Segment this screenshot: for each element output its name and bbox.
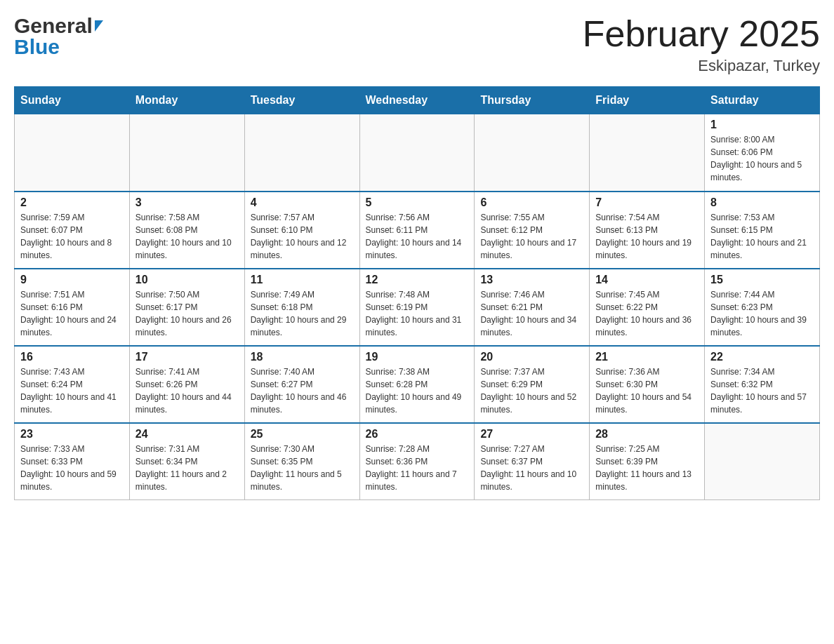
day-number: 12 (366, 274, 469, 286)
day-info: Sunrise: 7:28 AMSunset: 6:36 PMDaylight:… (366, 443, 469, 493)
calendar-cell: 22Sunrise: 7:34 AMSunset: 6:32 PMDayligh… (705, 346, 820, 423)
day-info: Sunrise: 7:33 AMSunset: 6:33 PMDaylight:… (20, 443, 124, 493)
calendar-cell (244, 114, 359, 192)
day-number: 8 (710, 196, 814, 209)
day-number: 25 (251, 428, 354, 441)
calendar-cell: 28Sunrise: 7:25 AMSunset: 6:39 PMDayligh… (590, 423, 705, 500)
day-info: Sunrise: 7:40 AMSunset: 6:27 PMDaylight:… (251, 365, 354, 416)
day-number: 1 (710, 119, 814, 131)
day-number: 3 (135, 196, 239, 209)
location-label: Eskipazar, Turkey (583, 57, 820, 75)
day-info: Sunrise: 7:31 AMSunset: 6:34 PMDaylight:… (135, 443, 239, 493)
calendar-cell: 18Sunrise: 7:40 AMSunset: 6:27 PMDayligh… (244, 346, 359, 423)
day-info: Sunrise: 7:38 AMSunset: 6:28 PMDaylight:… (366, 365, 469, 416)
calendar-cell: 25Sunrise: 7:30 AMSunset: 6:35 PMDayligh… (244, 423, 359, 500)
day-info: Sunrise: 7:45 AMSunset: 6:22 PMDaylight:… (595, 288, 699, 339)
calendar-cell (129, 114, 244, 192)
day-info: Sunrise: 7:27 AMSunset: 6:37 PMDaylight:… (480, 443, 583, 493)
weekday-header-friday: Friday (590, 87, 705, 114)
calendar-cell: 17Sunrise: 7:41 AMSunset: 6:26 PMDayligh… (129, 346, 244, 423)
calendar-week-row: 23Sunrise: 7:33 AMSunset: 6:33 PMDayligh… (15, 423, 820, 500)
day-number: 11 (251, 274, 354, 286)
calendar-week-row: 2Sunrise: 7:59 AMSunset: 6:07 PMDaylight… (15, 192, 820, 269)
day-number: 27 (480, 428, 583, 441)
day-number: 15 (710, 274, 814, 286)
weekday-header-monday: Monday (129, 87, 244, 114)
day-number: 24 (135, 428, 239, 441)
calendar-cell: 13Sunrise: 7:46 AMSunset: 6:21 PMDayligh… (475, 269, 590, 346)
calendar-cell: 1Sunrise: 8:00 AMSunset: 6:06 PMDaylight… (705, 114, 820, 192)
calendar-cell: 5Sunrise: 7:56 AMSunset: 6:11 PMDaylight… (359, 192, 475, 269)
weekday-header-wednesday: Wednesday (359, 87, 475, 114)
calendar-cell: 20Sunrise: 7:37 AMSunset: 6:29 PMDayligh… (475, 346, 590, 423)
calendar-cell: 19Sunrise: 7:38 AMSunset: 6:28 PMDayligh… (359, 346, 475, 423)
day-number: 7 (595, 196, 699, 209)
logo-general-row: General (14, 14, 103, 38)
calendar-cell: 21Sunrise: 7:36 AMSunset: 6:30 PMDayligh… (590, 346, 705, 423)
day-info: Sunrise: 7:58 AMSunset: 6:08 PMDaylight:… (135, 211, 239, 262)
day-info: Sunrise: 7:30 AMSunset: 6:35 PMDaylight:… (251, 443, 354, 493)
calendar-cell: 14Sunrise: 7:45 AMSunset: 6:22 PMDayligh… (590, 269, 705, 346)
calendar-week-row: 9Sunrise: 7:51 AMSunset: 6:16 PMDaylight… (15, 269, 820, 346)
day-info: Sunrise: 7:34 AMSunset: 6:32 PMDaylight:… (710, 365, 814, 416)
day-info: Sunrise: 7:59 AMSunset: 6:07 PMDaylight:… (20, 211, 124, 262)
day-info: Sunrise: 7:56 AMSunset: 6:11 PMDaylight:… (366, 211, 469, 262)
calendar-cell: 9Sunrise: 7:51 AMSunset: 6:16 PMDaylight… (15, 269, 130, 346)
weekday-header-saturday: Saturday (705, 87, 820, 114)
day-number: 28 (595, 428, 699, 441)
logo: General Blue (14, 14, 103, 59)
calendar-cell (359, 114, 475, 192)
logo-triangle-icon (95, 20, 103, 32)
weekday-header-thursday: Thursday (475, 87, 590, 114)
day-number: 4 (251, 196, 354, 209)
calendar-cell (475, 114, 590, 192)
day-info: Sunrise: 7:43 AMSunset: 6:24 PMDaylight:… (20, 365, 124, 416)
day-info: Sunrise: 7:49 AMSunset: 6:18 PMDaylight:… (251, 288, 354, 339)
calendar-cell: 3Sunrise: 7:58 AMSunset: 6:08 PMDaylight… (129, 192, 244, 269)
calendar-cell: 16Sunrise: 7:43 AMSunset: 6:24 PMDayligh… (15, 346, 130, 423)
day-number: 22 (710, 351, 814, 363)
calendar-cell: 7Sunrise: 7:54 AMSunset: 6:13 PMDaylight… (590, 192, 705, 269)
calendar-cell: 6Sunrise: 7:55 AMSunset: 6:12 PMDaylight… (475, 192, 590, 269)
day-number: 5 (366, 196, 469, 209)
day-info: Sunrise: 7:37 AMSunset: 6:29 PMDaylight:… (480, 365, 583, 416)
month-title: February 2025 (583, 14, 820, 54)
day-number: 13 (480, 274, 583, 286)
calendar-cell: 11Sunrise: 7:49 AMSunset: 6:18 PMDayligh… (244, 269, 359, 346)
day-number: 21 (595, 351, 699, 363)
calendar-cell (590, 114, 705, 192)
logo-general-text: General (14, 14, 93, 38)
day-number: 2 (20, 196, 124, 209)
day-number: 23 (20, 428, 124, 441)
calendar-table: SundayMondayTuesdayWednesdayThursdayFrid… (14, 86, 820, 500)
day-info: Sunrise: 7:53 AMSunset: 6:15 PMDaylight:… (710, 211, 814, 262)
calendar-week-row: 16Sunrise: 7:43 AMSunset: 6:24 PMDayligh… (15, 346, 820, 423)
day-info: Sunrise: 7:46 AMSunset: 6:21 PMDaylight:… (480, 288, 583, 339)
calendar-cell: 8Sunrise: 7:53 AMSunset: 6:15 PMDaylight… (705, 192, 820, 269)
day-info: Sunrise: 7:55 AMSunset: 6:12 PMDaylight:… (480, 211, 583, 262)
weekday-header-sunday: Sunday (15, 87, 130, 114)
day-number: 17 (135, 351, 239, 363)
day-info: Sunrise: 7:51 AMSunset: 6:16 PMDaylight:… (20, 288, 124, 339)
day-info: Sunrise: 7:36 AMSunset: 6:30 PMDaylight:… (595, 365, 699, 416)
day-info: Sunrise: 7:54 AMSunset: 6:13 PMDaylight:… (595, 211, 699, 262)
day-info: Sunrise: 7:25 AMSunset: 6:39 PMDaylight:… (595, 443, 699, 493)
day-info: Sunrise: 7:41 AMSunset: 6:26 PMDaylight:… (135, 365, 239, 416)
day-number: 18 (251, 351, 354, 363)
day-number: 20 (480, 351, 583, 363)
calendar-cell: 26Sunrise: 7:28 AMSunset: 6:36 PMDayligh… (359, 423, 475, 500)
page-header: General Blue February 2025 Eskipazar, Tu… (14, 14, 820, 75)
day-info: Sunrise: 7:48 AMSunset: 6:19 PMDaylight:… (366, 288, 469, 339)
calendar-cell: 24Sunrise: 7:31 AMSunset: 6:34 PMDayligh… (129, 423, 244, 500)
day-number: 16 (20, 351, 124, 363)
day-number: 26 (366, 428, 469, 441)
calendar-cell (705, 423, 820, 500)
day-info: Sunrise: 7:44 AMSunset: 6:23 PMDaylight:… (710, 288, 814, 339)
day-info: Sunrise: 7:50 AMSunset: 6:17 PMDaylight:… (135, 288, 239, 339)
calendar-cell: 12Sunrise: 7:48 AMSunset: 6:19 PMDayligh… (359, 269, 475, 346)
calendar-cell: 4Sunrise: 7:57 AMSunset: 6:10 PMDaylight… (244, 192, 359, 269)
day-number: 14 (595, 274, 699, 286)
day-number: 9 (20, 274, 124, 286)
day-number: 10 (135, 274, 239, 286)
calendar-header-row: SundayMondayTuesdayWednesdayThursdayFrid… (15, 87, 820, 114)
